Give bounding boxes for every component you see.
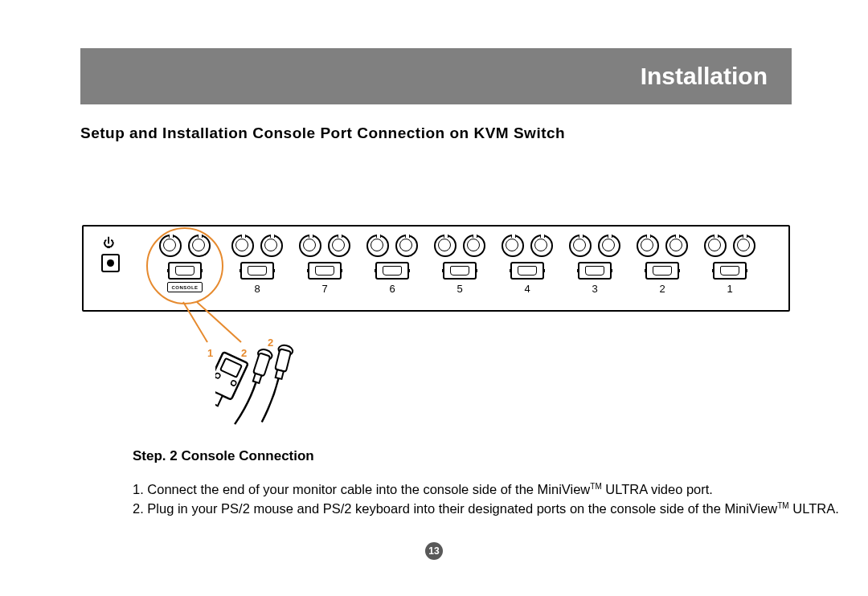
ps2-port: [704, 235, 727, 257]
port-number-label: 7: [321, 283, 327, 295]
text-fragment: 1. Connect the end of your monitor cable…: [133, 482, 590, 496]
ps2-port: [395, 235, 418, 257]
header-band: Installation: [80, 48, 792, 104]
ps2-port: [463, 235, 485, 257]
port-group-3: 3: [569, 235, 620, 295]
vga-port: [713, 262, 747, 280]
section-heading: Setup and Installation Console Port Conn…: [80, 125, 565, 142]
ps2-port: [530, 235, 553, 257]
console-vga-port: [168, 262, 202, 280]
svg-rect-12: [276, 369, 284, 379]
vga-port: [510, 262, 544, 280]
vga-port: [578, 262, 612, 280]
ps2-port: [733, 235, 755, 257]
instruction-line-2: 2. Plug in your PS/2 mouse and PS/2 keyb…: [133, 500, 840, 517]
port-group-1: 1: [704, 235, 755, 295]
svg-rect-8: [253, 353, 270, 376]
console-port-label: CONSOLE: [167, 282, 203, 292]
ps2-port: [328, 235, 350, 257]
ps2-port: [231, 235, 254, 257]
page-title: Installation: [641, 63, 768, 90]
vga-port: [375, 262, 409, 280]
port-group-6: 6: [366, 235, 418, 295]
cable-connectors-icon: [215, 344, 312, 440]
text-fragment: 2. Plug in your PS/2 mouse and PS/2 keyb…: [133, 501, 777, 516]
vga-port: [240, 262, 274, 280]
svg-rect-11: [275, 349, 291, 372]
port-number-label: 4: [524, 283, 530, 295]
ps2-port: [598, 235, 620, 257]
ps2-port: [260, 235, 283, 257]
ps2-port: [569, 235, 592, 257]
port-group-4: 4: [502, 235, 553, 295]
ps2-port: [637, 235, 659, 257]
text-fragment: ULTRA video port.: [602, 482, 713, 496]
console-port-group: CONSOLE: [159, 235, 211, 292]
ps2-port: [366, 235, 389, 257]
step-title: Console Connection: [181, 448, 313, 463]
svg-rect-9: [253, 374, 262, 383]
ps2-port: [502, 235, 524, 257]
ps2-port: [434, 235, 457, 257]
text-fragment: ULTRA.: [789, 501, 839, 516]
port-group-8: 8: [231, 235, 283, 295]
callout-number-1: 1: [207, 347, 213, 359]
manual-page: Installation Setup and Installation Cons…: [0, 0, 868, 596]
console-ps2-mouse-port: [159, 235, 182, 257]
step-heading: Step. 2 Console Connection: [133, 448, 314, 464]
port-number-label: 8: [254, 283, 260, 295]
ps2-port: [299, 235, 321, 257]
port-number-label: 5: [457, 283, 462, 295]
vga-port: [308, 262, 342, 280]
vga-port: [443, 262, 477, 280]
port-number-label: 6: [389, 283, 395, 295]
port-number-label: 3: [592, 283, 597, 295]
port-group-5: 5: [434, 235, 485, 295]
step-prefix: Step. 2: [133, 448, 181, 463]
power-port: [101, 254, 120, 272]
port-number-label: 1: [727, 283, 732, 295]
console-ps2-keyboard-port: [188, 235, 211, 257]
svg-rect-6: [215, 392, 223, 406]
page-number-badge: 13: [425, 542, 443, 560]
port-group-7: 7: [299, 235, 350, 295]
vga-port: [645, 262, 679, 280]
port-number-label: 2: [659, 283, 665, 295]
trademark-icon: TM: [590, 482, 601, 491]
trademark-icon: TM: [777, 501, 788, 510]
kvm-switch-rear-panel: ⏻ CONSOLE 8 7 6: [82, 225, 790, 312]
instruction-line-1: 1. Connect the end of your monitor cable…: [133, 480, 792, 498]
power-icon: ⏻: [103, 236, 114, 249]
ps2-port: [665, 235, 688, 257]
port-group-2: 2: [637, 235, 688, 295]
